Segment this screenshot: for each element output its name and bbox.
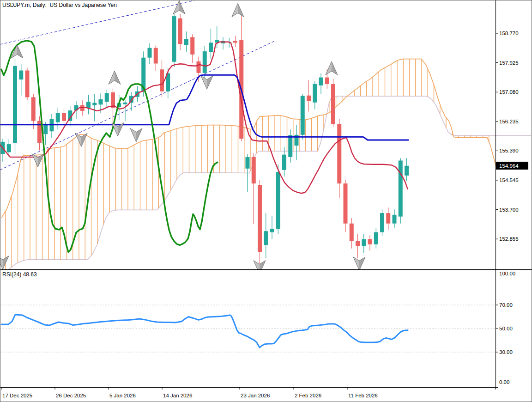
price-tick-label: 153.700	[499, 207, 519, 213]
rsi-label: RSI(24)	[2, 271, 21, 278]
candle-body	[7, 144, 11, 152]
candle-body	[43, 125, 48, 134]
candle-body	[92, 103, 97, 105]
candle-body	[62, 113, 66, 121]
chart-window: USDJPY.m, Daily: US Dollar vs Japanese Y…	[0, 0, 532, 402]
candle-body	[99, 99, 103, 104]
candle-body	[209, 43, 213, 52]
candle-body	[203, 51, 207, 73]
candle-body	[356, 241, 360, 246]
price-tick-label: 156.235	[499, 119, 519, 124]
rsi-tick-label: 100.00	[499, 271, 515, 276]
candle-body	[405, 166, 409, 176]
candle-body	[190, 37, 194, 55]
candle-body	[276, 172, 280, 229]
candle-body	[368, 239, 372, 244]
price-tick-label: 152.855	[499, 236, 519, 242]
date-tick-label: 26 Dec 2025	[56, 393, 86, 398]
rsi-tick-label: 70.00	[499, 302, 513, 308]
price-tick-label: 157.925	[499, 60, 519, 66]
candle-body	[350, 224, 354, 241]
candle-body	[258, 185, 262, 252]
candle-body	[105, 93, 109, 102]
date-tick-label: 17 Dec 2025	[2, 393, 32, 398]
candle-body	[393, 215, 397, 224]
current-price-label: 154.964	[499, 163, 519, 169]
candle-body	[246, 157, 250, 169]
candle-body	[178, 18, 182, 44]
candle-body	[337, 124, 341, 183]
rsi-tick-label: 0.00	[499, 379, 509, 385]
candle-body	[301, 96, 305, 134]
candle-body	[307, 96, 311, 101]
candle-body	[325, 78, 329, 84]
chart-title: USDJPY.m, Daily: US Dollar vs Japanese Y…	[2, 2, 117, 8]
price-tick-label: 157.080	[499, 89, 519, 95]
candle-body	[31, 97, 36, 121]
candle-body	[154, 48, 158, 64]
candle-body	[264, 231, 268, 245]
candle-body	[86, 102, 91, 108]
candle-body	[374, 232, 378, 244]
rsi-indicator-label: RSI(24) 48.63	[2, 271, 37, 278]
candle-body	[319, 78, 323, 85]
date-tick-label: 5 Jan 2026	[109, 393, 136, 398]
candle-body	[282, 155, 286, 170]
date-tick-label: 23 Jan 2026	[241, 393, 270, 398]
candle-body	[362, 239, 366, 246]
price-tick-label: 154.545	[499, 177, 519, 183]
candle-body	[19, 71, 23, 80]
candle-body	[270, 229, 274, 232]
date-tick-label: 2 Feb 2026	[295, 393, 321, 398]
candle-body	[13, 66, 17, 143]
candle-body	[380, 213, 384, 232]
rsi-tick-label: 50.00	[499, 326, 513, 331]
candle-body	[160, 69, 164, 91]
current-price-badge: 154.964	[496, 162, 528, 170]
date-tick-label: 11 Feb 2026	[348, 393, 378, 398]
price-tick-label: 158.770	[499, 30, 519, 36]
candle-body	[288, 135, 292, 157]
candle-body	[172, 16, 176, 62]
candle-body	[344, 183, 348, 224]
candle-body	[331, 84, 335, 124]
candle-body	[386, 213, 390, 224]
chart-canvas[interactable]: 158.770157.925157.080156.235155.390154.5…	[0, 0, 532, 402]
candle-body	[197, 61, 201, 73]
candle-body	[252, 157, 256, 183]
candle-body	[313, 84, 317, 103]
candle-body	[111, 92, 115, 108]
rsi-value: 48.63	[23, 271, 37, 278]
candle-body	[56, 113, 60, 122]
candle-body	[148, 48, 152, 58]
candle-body	[25, 71, 30, 97]
candle-body	[123, 103, 127, 104]
candle-body	[233, 41, 237, 43]
price-tick-label: 155.390	[499, 148, 519, 153]
candle-body	[399, 160, 403, 216]
rsi-tick-label: 30.00	[499, 349, 513, 355]
date-tick-label: 14 Jan 2026	[163, 393, 192, 398]
candle-body	[184, 39, 188, 45]
